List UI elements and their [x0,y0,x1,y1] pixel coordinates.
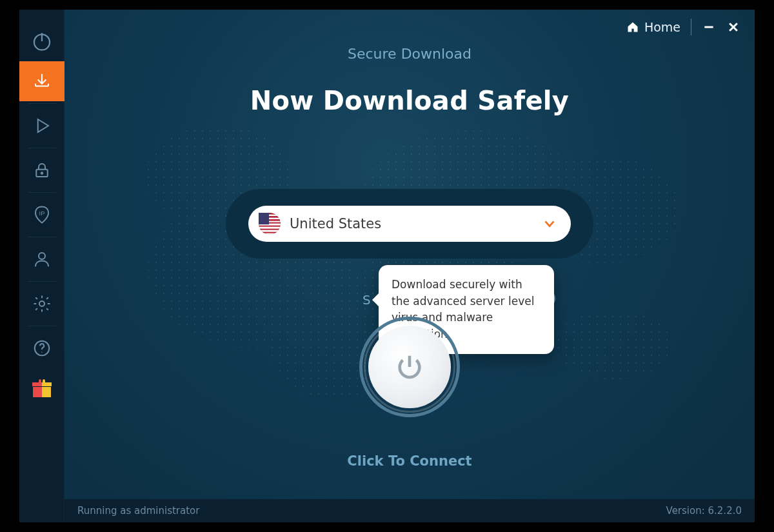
svg-marker-2 [37,119,48,132]
sidebar-item-ip[interactable]: IP [19,195,64,235]
connect-button[interactable] [368,326,451,408]
gift-icon [32,379,52,397]
svg-point-4 [41,172,43,174]
ip-icon: IP [32,205,52,224]
sidebar: IP [19,10,64,522]
download-icon [32,72,52,91]
secure-row-label-peek: S [362,292,371,308]
svg-point-7 [39,301,45,306]
home-icon [626,21,639,34]
sidebar-divider [28,281,56,282]
sidebar-divider [28,326,56,326]
home-link[interactable]: Home [626,20,680,34]
help-icon [32,339,52,358]
sidebar-divider [28,237,56,237]
page-title: Now Download Safely [64,86,755,115]
close-button[interactable] [726,20,740,34]
sidebar-item-play[interactable] [19,106,64,146]
sidebar-item-gift[interactable] [19,368,64,408]
window-controls: Home [626,19,740,35]
sidebar-item-help[interactable] [19,328,64,368]
country-selected-label: United States [290,216,542,232]
sidebar-item-settings[interactable] [19,284,64,324]
svg-point-6 [39,253,45,259]
page-subtitle: Secure Download [64,46,755,62]
profile-icon [32,250,52,269]
sidebar-divider [28,148,56,148]
status-text: Running as administrator [77,505,199,517]
sidebar-divider [28,192,56,193]
power-icon [395,352,424,382]
svg-text:IP: IP [39,210,45,217]
country-selector-container: United States [226,189,593,259]
play-icon [32,116,52,135]
minimize-icon [702,21,715,34]
sidebar-item-power[interactable] [19,21,64,61]
us-flag-icon [259,213,281,235]
minimize-button[interactable] [702,20,716,34]
gear-icon [32,294,52,313]
status-bar: Running as administrator Version: 6.2.2.… [64,499,755,522]
sidebar-item-profile[interactable] [19,239,64,279]
app-window: IP Home [19,10,755,522]
svg-rect-3 [36,170,48,177]
sidebar-divider [28,103,56,104]
country-select[interactable]: United States [248,206,571,242]
version-text: Version: 6.2.2.0 [666,505,742,517]
main-area: Home Secure Download Now Download Safely… [64,10,755,522]
home-label: Home [644,20,680,34]
separator [691,19,691,35]
connect-label: Click To Connect [64,453,755,469]
sidebar-item-download[interactable] [19,61,64,101]
close-icon [727,21,740,34]
sidebar-item-lock[interactable] [19,150,64,190]
lock-icon [32,161,52,180]
power-icon [31,30,53,52]
chevron-down-icon [542,217,557,231]
svg-point-9 [41,352,43,353]
